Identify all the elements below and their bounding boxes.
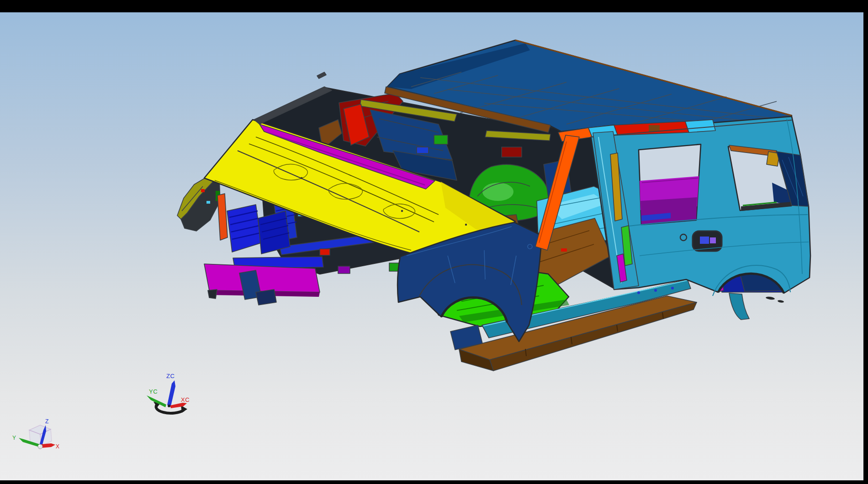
wcs-y-label: YC <box>149 388 158 395</box>
bumper-beam[interactable] <box>204 264 320 292</box>
datum-origin-sphere[interactable] <box>38 444 42 449</box>
frame-top-bar <box>0 0 868 12</box>
datum-z-label: Z <box>45 418 48 425</box>
rear-door-window <box>639 144 701 225</box>
wcs-z-label: ZC <box>166 373 175 379</box>
viewport-3d[interactable]: ZC YC XC Z Y X <box>0 0 868 484</box>
datum-y-label: Y <box>12 435 16 441</box>
cad-application-window: ZC YC XC Z Y X <box>0 0 868 484</box>
wcs-x-label: XC <box>181 396 190 403</box>
frame-right-bar <box>863 0 868 484</box>
datum-x-label: X <box>56 443 59 450</box>
frame-bottom-bar <box>0 480 868 484</box>
wcs-origin[interactable] <box>168 405 170 407</box>
